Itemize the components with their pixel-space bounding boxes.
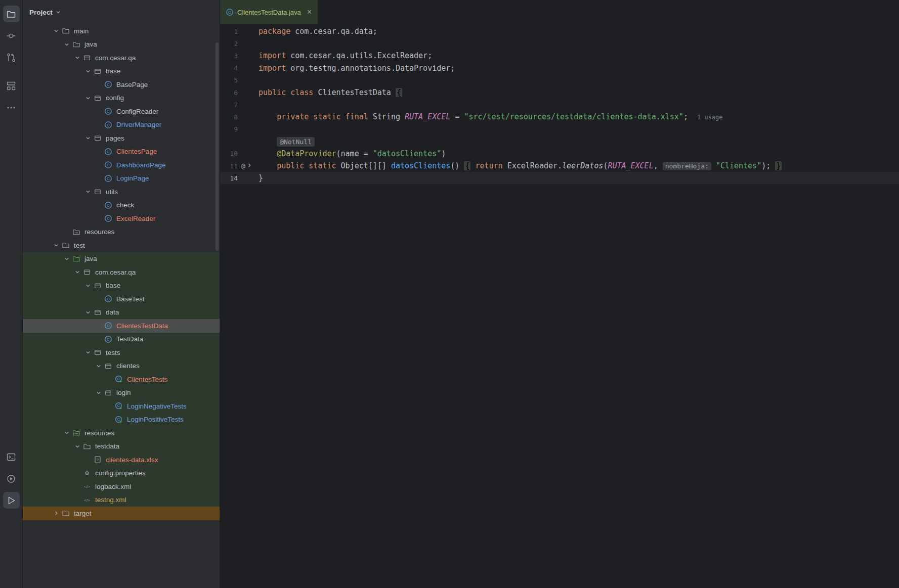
chevron-expanded-icon[interactable]: [94, 390, 104, 396]
tree-row-tests[interactable]: tests: [23, 346, 220, 359]
tree-row-clientes-data-xlsx[interactable]: ?clientes-data.xlsx: [23, 453, 220, 467]
tree-row-drivermanager[interactable]: CDriverManager: [23, 118, 220, 132]
tree-row-pages[interactable]: pages: [23, 131, 220, 145]
chevron-expanded-icon[interactable]: [83, 283, 93, 289]
tree-row-testng-xml[interactable]: </>testng.xml: [23, 493, 220, 507]
gutter[interactable]: 7: [220, 101, 259, 109]
annotation-gutter-icon[interactable]: @: [241, 162, 245, 170]
chevron-expanded-icon[interactable]: [83, 189, 93, 195]
tree-row-base[interactable]: base: [23, 65, 220, 78]
project-tree-scrollbar[interactable]: [216, 42, 219, 251]
tree-row-dashboardpage[interactable]: CDashboardPage: [23, 158, 220, 172]
code-line-1[interactable]: 1package com.cesar.qa.data;: [220, 25, 899, 37]
tree-row-login[interactable]: login: [23, 386, 220, 400]
run-icon[interactable]: [3, 492, 20, 509]
tree-row-logback-xml[interactable]: </>logback.xml: [23, 480, 220, 493]
chevron-expanded-icon[interactable]: [62, 41, 72, 48]
tree-row-configreader[interactable]: CConfigReader: [23, 105, 220, 118]
fold-collapsed-icon[interactable]: [246, 162, 252, 170]
tree-row-loginpage[interactable]: CLoginPage: [23, 172, 220, 186]
chevron-collapsed-icon[interactable]: [51, 510, 61, 516]
code-line-4[interactable]: 4import org.testng.annotations.DataProvi…: [220, 62, 899, 74]
tree-row-java[interactable]: java: [23, 252, 220, 266]
line-number[interactable]: 2: [220, 40, 238, 48]
gutter[interactable]: 1: [220, 28, 259, 35]
tab-close-icon[interactable]: ×: [307, 8, 312, 16]
tree-row-resources[interactable]: resources: [23, 426, 220, 440]
code-line-8[interactable]: 8 private static final String RUTA_EXCEL…: [220, 111, 899, 123]
chevron-expanded-icon[interactable]: [62, 256, 72, 262]
more-icon[interactable]: [3, 99, 20, 116]
tree-row-loginpositivetests[interactable]: CLoginPositiveTests: [23, 413, 220, 427]
gutter[interactable]: 3: [220, 52, 259, 60]
code-line-14[interactable]: 14}: [220, 172, 899, 184]
line-number[interactable]: 7: [220, 101, 238, 109]
structure-icon[interactable]: [3, 77, 20, 94]
chevron-expanded-icon[interactable]: [72, 443, 82, 449]
tree-row-check[interactable]: Ccheck: [23, 199, 220, 212]
tree-row-clientespage[interactable]: CClientesPage: [23, 145, 220, 159]
tree-row-config-properties[interactable]: ⚙config.properties: [23, 467, 220, 480]
tree-row-basepage[interactable]: CBasePage: [23, 78, 220, 92]
chevron-expanded-icon[interactable]: [83, 309, 93, 315]
commit-icon[interactable]: [3, 27, 20, 44]
gutter[interactable]: 2: [220, 40, 259, 48]
gutter[interactable]: 5: [220, 76, 259, 84]
project-icon[interactable]: [3, 6, 20, 22]
gutter[interactable]: 4: [220, 64, 259, 72]
chevron-expanded-icon[interactable]: [83, 135, 93, 141]
line-number[interactable]: 1: [220, 28, 238, 35]
tree-row-testdata[interactable]: CTestData: [23, 333, 220, 346]
tree-row-com-cesar-qa[interactable]: com.cesar.qa: [23, 51, 220, 65]
tree-row-excelreader[interactable]: CExcelReader: [23, 212, 220, 225]
pull-requests-icon[interactable]: [3, 49, 20, 66]
tree-row-config[interactable]: config: [23, 92, 220, 105]
gutter[interactable]: 11@: [220, 162, 259, 170]
chevron-expanded-icon[interactable]: [83, 349, 93, 355]
tree-row-test[interactable]: test: [23, 239, 220, 252]
tree-row-clientes[interactable]: clientes: [23, 359, 220, 373]
tree-row-resources[interactable]: resources: [23, 225, 220, 239]
tree-row-data[interactable]: data: [23, 306, 220, 320]
tab-clientestestdata-java[interactable]: C ClientesTestData.java ×: [220, 0, 318, 24]
code-line-10[interactable]: 10 @DataProvider(name = "datosClientes"): [220, 148, 899, 160]
line-number[interactable]: 14: [220, 174, 238, 182]
chevron-expanded-icon[interactable]: [51, 242, 61, 248]
tree-row-com-cesar-qa[interactable]: com.cesar.qa: [23, 265, 220, 279]
chevron-expanded-icon[interactable]: [72, 269, 82, 275]
tree-row-utils[interactable]: utils: [23, 185, 220, 199]
tree-row-testdata[interactable]: testdata: [23, 440, 220, 454]
chevron-expanded-icon[interactable]: [94, 363, 104, 369]
tree-row-clientestestdata[interactable]: CClientesTestData: [23, 319, 220, 333]
terminal-icon[interactable]: [3, 448, 20, 465]
chevron-expanded-icon[interactable]: [62, 430, 72, 436]
tree-row-basetest[interactable]: CBaseTest: [23, 292, 220, 306]
tree-row-main[interactable]: main: [23, 24, 220, 38]
tree-row-java[interactable]: java: [23, 38, 220, 52]
gutter[interactable]: 14: [220, 174, 259, 182]
code-line-inlay[interactable]: @NotNull: [220, 135, 899, 148]
line-number[interactable]: 10: [220, 150, 238, 157]
gutter[interactable]: 9: [220, 125, 259, 133]
line-number[interactable]: 9: [220, 125, 238, 133]
code-line-7[interactable]: 7: [220, 99, 899, 111]
tree-row-target[interactable]: target: [23, 507, 220, 520]
gutter[interactable]: 10: [220, 150, 259, 157]
line-number[interactable]: 4: [220, 64, 238, 72]
chevron-expanded-icon[interactable]: [51, 28, 61, 34]
tree-row-clientestests[interactable]: CClientesTests: [23, 373, 220, 386]
chevron-expanded-icon[interactable]: [83, 68, 93, 74]
project-header[interactable]: Project: [23, 0, 220, 24]
services-icon[interactable]: [3, 470, 20, 487]
line-number[interactable]: 6: [220, 89, 238, 97]
gutter[interactable]: 6: [220, 89, 259, 97]
tree-row-base[interactable]: base: [23, 279, 220, 293]
tree-row-loginnegativetests[interactable]: CLoginNegativeTests: [23, 399, 220, 413]
line-number[interactable]: 5: [220, 76, 238, 84]
code-line-2[interactable]: 2: [220, 37, 899, 50]
code-line-3[interactable]: 3import com.cesar.qa.utils.ExcelReader;: [220, 50, 899, 62]
code-line-11[interactable]: 11@ public static Object[][] datosClient…: [220, 160, 899, 172]
code-line-6[interactable]: 6public class ClientesTestData {: [220, 86, 899, 99]
code-line-5[interactable]: 5: [220, 74, 899, 86]
chevron-expanded-icon[interactable]: [83, 95, 93, 101]
